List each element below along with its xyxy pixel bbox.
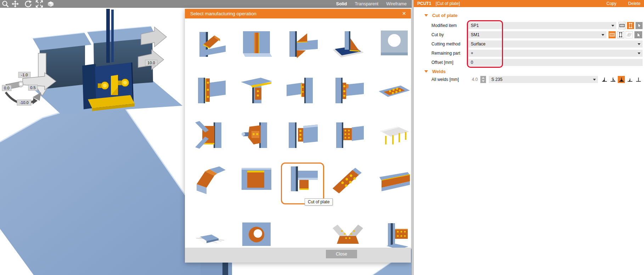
- dialog-footer: Close: [185, 248, 411, 263]
- field-label-remaining-part: Remaining part: [431, 50, 460, 57]
- select-operation-dialog: Select manufacturing operation ✕ Cut of …: [185, 9, 411, 263]
- plate-icon[interactable]: [617, 31, 624, 38]
- mesh-icon: [626, 31, 633, 38]
- application-window: -1.0 0.0 0.5 -10.0 10.0: [0, 0, 644, 275]
- operation-grid: [185, 18, 411, 248]
- field-label-modified-item: Modified item: [431, 22, 457, 29]
- operation-thumbnail-gusset-plate[interactable]: [194, 121, 226, 154]
- operation-thumbnail-opening[interactable]: [378, 30, 411, 62]
- operation-thumbnail-cut-of-beam[interactable]: [194, 30, 226, 62]
- dimension-label[interactable]: 10.0: [145, 60, 157, 66]
- plate-icon[interactable]: [627, 22, 634, 29]
- chevron-down-icon: [601, 34, 604, 36]
- view-toolbar: Solid Transparent Wireframe: [0, 0, 412, 8]
- dialog-title: Select manufacturing operation: [190, 9, 256, 18]
- operation-thumbnail-platform[interactable]: [378, 121, 411, 154]
- splice-plate-edge2: [111, 10, 114, 62]
- section-cut-of-plate[interactable]: Cut of plate: [424, 12, 458, 18]
- beam-icon[interactable]: [618, 22, 626, 29]
- operation-thumbnail-fin-cleat[interactable]: [286, 76, 318, 109]
- splice-plate-edge: [106, 9, 110, 63]
- cursor-icon[interactable]: [635, 22, 643, 29]
- close-icon[interactable]: ✕: [401, 10, 407, 17]
- svg-text:0.5: 0.5: [30, 86, 35, 90]
- svg-text:-10.0: -10.0: [19, 100, 28, 105]
- view-mode-solid[interactable]: Solid: [336, 1, 347, 6]
- column-below-dialog: [200, 263, 222, 275]
- solid-box-icon[interactable]: [47, 0, 55, 8]
- operation-type: [Cut of plate]: [436, 0, 460, 7]
- dimension-label[interactable]: 0.0: [2, 85, 11, 91]
- view-mode-wireframe[interactable]: Wireframe: [386, 1, 407, 6]
- delete-button[interactable]: Delete: [628, 0, 640, 7]
- operation-thumbnail-widener[interactable]: [286, 30, 318, 62]
- view-mode-transparent[interactable]: Transparent: [355, 1, 378, 6]
- fillet-weld-left-icon[interactable]: [601, 76, 608, 83]
- dimension-label[interactable]: -1.0: [18, 72, 30, 78]
- fit-view-icon[interactable]: [35, 0, 43, 8]
- remaining-part-dropdown[interactable]: +: [468, 50, 643, 57]
- offset-input[interactable]: 0: [468, 59, 643, 66]
- field-label-cutting-method: Cutting method: [431, 40, 460, 48]
- operation-thumbnail-splice-plates[interactable]: [332, 121, 365, 154]
- rotate-icon[interactable]: [24, 0, 32, 8]
- view-mode-group: Solid Transparent Wireframe: [336, 0, 407, 8]
- weld-size-value[interactable]: 4.0: [472, 76, 478, 83]
- cutting-method-dropdown[interactable]: Surface: [468, 40, 643, 48]
- operation-thumbnail-connecting-plate[interactable]: [240, 121, 273, 154]
- field-label-cut-by: Cut by: [431, 31, 444, 38]
- dimension-label[interactable]: 0.5: [28, 85, 38, 90]
- fillet-weld-right-icon[interactable]: [609, 76, 616, 83]
- pan-icon[interactable]: [11, 0, 19, 8]
- butt-weld-icon[interactable]: [635, 76, 642, 83]
- svg-text:0.0: 0.0: [4, 86, 9, 90]
- operation-thumbnail-base-plate-bolted[interactable]: [378, 76, 411, 109]
- operation-thumbnail-flange-splice-plate[interactable]: [240, 76, 273, 109]
- field-label-offset: Offset [mm]: [431, 59, 453, 66]
- field-label-all-welds: All welds [mm]: [431, 76, 459, 83]
- section-welds[interactable]: Welds: [424, 68, 446, 75]
- weld-size-stepper[interactable]: [480, 76, 486, 83]
- cursor-icon[interactable]: [634, 31, 642, 38]
- operation-tooltip: Cut of plate: [305, 198, 333, 205]
- cut-by-dropdown[interactable]: SM1: [468, 31, 606, 38]
- dimension-label[interactable]: -10.0: [17, 100, 31, 105]
- dialog-header: Select manufacturing operation ✕: [185, 9, 411, 18]
- stepper-down-icon[interactable]: [482, 80, 485, 82]
- svg-text:10.0: 10.0: [147, 61, 155, 65]
- close-button[interactable]: Close: [326, 250, 357, 258]
- operation-thumbnail-wide-plate[interactable]: [378, 166, 411, 198]
- collapse-triangle-icon: [424, 14, 428, 17]
- operation-thumbnail-fin-plate[interactable]: [286, 121, 318, 154]
- copy-button[interactable]: Copy: [606, 0, 616, 7]
- chevron-down-icon: [611, 25, 614, 27]
- chevron-down-icon: [638, 43, 640, 45]
- operation-thumbnail-cut-of-tube[interactable]: [194, 166, 226, 198]
- double-fillet-weld-icon[interactable]: [618, 76, 625, 83]
- zoom-icon[interactable]: [1, 0, 9, 8]
- chevron-down-icon: [593, 79, 596, 81]
- operation-thumbnail-end-plate[interactable]: [194, 76, 226, 109]
- operation-id: PCUT1: [417, 0, 431, 7]
- operation-thumbnail-plate-cut[interactable]: [240, 166, 273, 198]
- operation-thumbnail-bolted-connection[interactable]: [332, 166, 365, 198]
- panel-header: PCUT1 [Cut of plate] Copy Delete: [414, 0, 644, 7]
- svg-text:-1.0: -1.0: [21, 73, 28, 77]
- weld-material-dropdown[interactable]: S 235: [489, 76, 598, 83]
- collapse-triangle-icon: [424, 70, 428, 73]
- operation-thumbnail-cut-of-plate[interactable]: [286, 166, 318, 198]
- fillet-weld-small-icon[interactable]: [626, 76, 633, 83]
- operation-thumbnail-stiffener[interactable]: [240, 30, 273, 62]
- chevron-down-icon: [638, 53, 640, 54]
- properties-panel: PCUT1 [Cut of plate] Copy Delete Cut of …: [414, 0, 644, 275]
- operation-thumbnail-rib[interactable]: [332, 30, 365, 62]
- stepper-up-icon[interactable]: [482, 77, 485, 79]
- beam-icon[interactable]: [609, 31, 616, 38]
- operation-thumbnail-cleat-bolted[interactable]: [332, 76, 365, 109]
- modified-item-dropdown[interactable]: SP1: [468, 22, 616, 29]
